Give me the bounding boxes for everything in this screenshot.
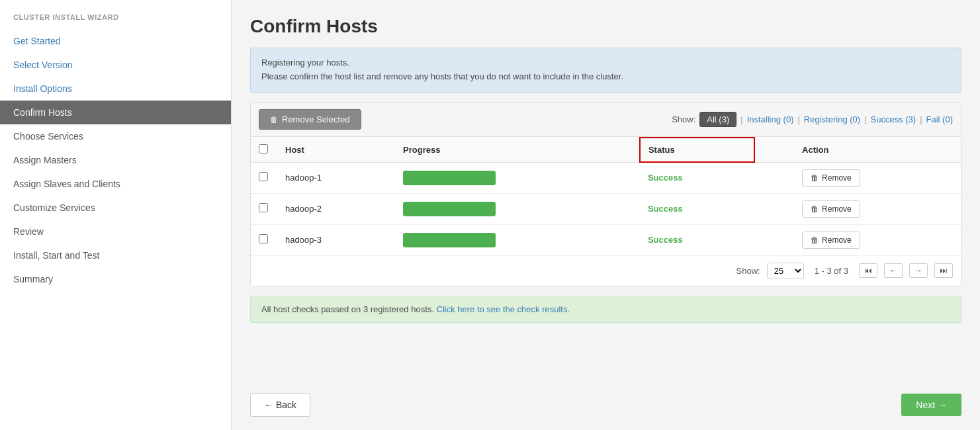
remove-button-2[interactable]: 🗑 Remove bbox=[802, 232, 860, 249]
trash-icon-0: 🗑 bbox=[811, 173, 819, 183]
pagination-info: 1 - 3 of 3 bbox=[815, 266, 848, 276]
col-action: Action bbox=[794, 138, 961, 163]
remove-selected-label: Remove Selected bbox=[282, 114, 350, 124]
status-badge-2: Success bbox=[648, 235, 683, 245]
success-text: All host checks passed on 3 registered h… bbox=[261, 304, 434, 314]
progress-bar-container-2 bbox=[403, 233, 496, 247]
select-all-checkbox[interactable] bbox=[259, 144, 268, 153]
sidebar-item-confirm-hosts[interactable]: Confirm Hosts bbox=[0, 101, 231, 124]
col-host: Host bbox=[277, 138, 395, 163]
progress-cell-2 bbox=[395, 224, 640, 255]
action-cell-0: 🗑 Remove bbox=[794, 162, 961, 193]
page-title: Confirm Hosts bbox=[250, 16, 961, 37]
status-cell-0: Success bbox=[640, 162, 754, 193]
filter-all-button[interactable]: All (3) bbox=[699, 112, 736, 127]
progress-cell-1 bbox=[395, 193, 640, 224]
host-name-0: hadoop-1 bbox=[277, 162, 395, 193]
wizard-title: CLUSTER INSTALL WIZARD bbox=[0, 13, 231, 29]
table-footer: Show: 25 50 100 1 - 3 of 3 ⏮ ← → ⏭ bbox=[251, 255, 961, 286]
info-line2: Please confirm the host list and remove … bbox=[261, 70, 950, 84]
row-checkbox-1[interactable] bbox=[259, 203, 268, 212]
next-page-button[interactable]: → bbox=[909, 263, 928, 278]
status-cell-1: Success bbox=[640, 193, 754, 224]
progress-bar-fill-1 bbox=[403, 202, 496, 216]
progress-bar-container-0 bbox=[403, 171, 496, 185]
row-checkbox-2[interactable] bbox=[259, 234, 268, 243]
trash-icon-1: 🗑 bbox=[811, 204, 819, 214]
table-row: hadoop-2 Success 🗑 Remove bbox=[251, 193, 961, 224]
progress-bar-container-1 bbox=[403, 202, 496, 216]
remove-button-1[interactable]: 🗑 Remove bbox=[802, 200, 860, 218]
hosts-table-container: Remove Selected Show: All (3) | Installi… bbox=[250, 102, 961, 286]
row-checkbox-0[interactable] bbox=[259, 172, 268, 181]
sidebar-item-select-version[interactable]: Select Version bbox=[0, 53, 231, 77]
filter-fail-link[interactable]: Fail (0) bbox=[926, 114, 953, 124]
status-badge-0: Success bbox=[648, 173, 683, 183]
first-page-button[interactable]: ⏮ bbox=[859, 263, 877, 278]
next-button[interactable]: Next → bbox=[901, 394, 961, 416]
sidebar-item-customize-services: Customize Services bbox=[0, 196, 231, 220]
remove-selected-button[interactable]: Remove Selected bbox=[259, 109, 361, 130]
info-line1: Registering your hosts. bbox=[261, 56, 950, 70]
check-results-link[interactable]: Click here to see the check results. bbox=[437, 304, 570, 314]
rows-per-page-select[interactable]: 25 50 100 bbox=[767, 263, 804, 279]
trash-icon bbox=[270, 114, 278, 124]
hosts-table: Host Progress Status Action hadoop-1 Suc… bbox=[251, 137, 961, 255]
show-filter: Show: All (3) | Installing (0) | Registe… bbox=[672, 112, 953, 127]
sidebar-item-choose-services: Choose Services bbox=[0, 124, 231, 148]
success-box: All host checks passed on 3 registered h… bbox=[250, 296, 961, 323]
back-button[interactable]: ← Back bbox=[250, 393, 310, 417]
sidebar-item-review: Review bbox=[0, 220, 231, 243]
progress-cell-0 bbox=[395, 162, 640, 193]
table-row: hadoop-3 Success 🗑 Remove bbox=[251, 224, 961, 255]
col-progress: Progress bbox=[395, 138, 640, 163]
sidebar-item-get-started[interactable]: Get Started bbox=[0, 29, 231, 53]
progress-bar-fill-2 bbox=[403, 233, 496, 247]
action-cell-1: 🗑 Remove bbox=[794, 193, 961, 224]
last-page-button[interactable]: ⏭ bbox=[934, 263, 953, 278]
table-row: hadoop-1 Success 🗑 Remove bbox=[251, 162, 961, 193]
sidebar-item-install-start-test: Install, Start and Test bbox=[0, 243, 231, 267]
action-cell-2: 🗑 Remove bbox=[794, 224, 961, 255]
status-cell-2: Success bbox=[640, 224, 754, 255]
status-badge-1: Success bbox=[648, 204, 683, 214]
progress-bar-fill-0 bbox=[403, 171, 496, 185]
info-box: Registering your hosts. Please confirm t… bbox=[250, 48, 961, 93]
filter-success-link[interactable]: Success (3) bbox=[871, 114, 916, 124]
sidebar: CLUSTER INSTALL WIZARD Get Started Selec… bbox=[0, 0, 232, 430]
col-status: Status bbox=[640, 138, 754, 163]
trash-icon-2: 🗑 bbox=[811, 236, 819, 245]
main-content: Confirm Hosts Registering your hosts. Pl… bbox=[232, 0, 980, 430]
host-name-2: hadoop-3 bbox=[277, 224, 395, 255]
filter-installing-link[interactable]: Installing (0) bbox=[747, 114, 794, 124]
nav-buttons: ← Back Next → bbox=[250, 393, 961, 417]
host-name-1: hadoop-2 bbox=[277, 193, 395, 224]
sidebar-item-assign-slaves: Assign Slaves and Clients bbox=[0, 172, 231, 196]
filter-registering-link[interactable]: Registering (0) bbox=[804, 114, 860, 124]
sidebar-item-install-options[interactable]: Install Options bbox=[0, 77, 231, 101]
prev-page-button[interactable]: ← bbox=[884, 263, 903, 278]
footer-show-label: Show: bbox=[736, 266, 760, 276]
sidebar-item-assign-masters: Assign Masters bbox=[0, 148, 231, 172]
sidebar-item-summary: Summary bbox=[0, 267, 231, 291]
show-label: Show: bbox=[672, 114, 695, 124]
remove-button-0[interactable]: 🗑 Remove bbox=[802, 169, 860, 187]
table-toolbar: Remove Selected Show: All (3) | Installi… bbox=[251, 103, 961, 137]
